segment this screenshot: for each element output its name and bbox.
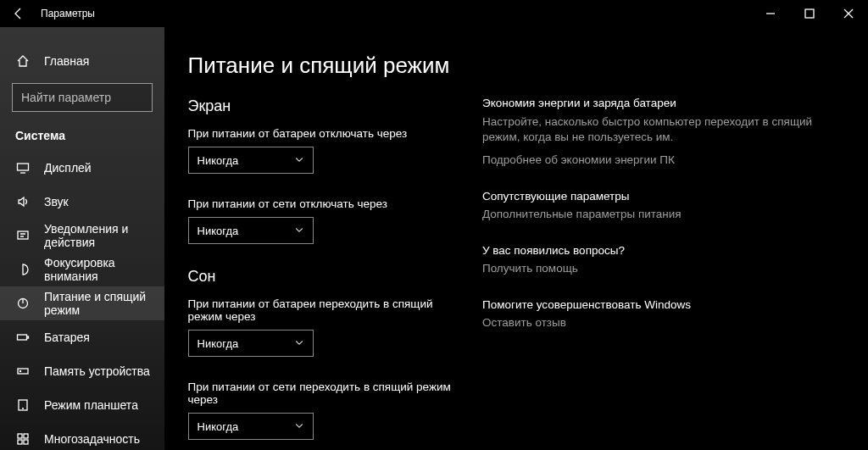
info-energy-link[interactable]: Подробнее об экономии энергии ПК (482, 153, 844, 166)
sidebar-item-multitask[interactable]: Многозадачность (0, 422, 164, 450)
sidebar-item-battery[interactable]: Батарея (0, 320, 164, 354)
display-icon (15, 160, 31, 175)
multitask-icon (15, 431, 31, 447)
info-questions: У вас появились вопросы? Получить помощь (482, 244, 844, 275)
sleep-plugged-dropdown[interactable]: Никогда (188, 413, 314, 440)
sidebar: Главная Система Дисплей Звук Уведомления… (0, 27, 164, 450)
maximize-icon (802, 6, 817, 21)
sidebar-item-label: Дисплей (44, 161, 92, 175)
sidebar-item-label: Фокусировка внимания (44, 256, 164, 283)
svg-rect-12 (24, 440, 28, 444)
back-button[interactable] (0, 0, 37, 27)
window-title: Параметры (37, 8, 95, 19)
info-energy-head: Экономия энергии и заряда батареи (482, 97, 844, 109)
info-questions-link[interactable]: Получить помощь (482, 262, 844, 275)
sidebar-item-label: Многозадачность (44, 432, 140, 446)
home-icon (15, 53, 31, 69)
svg-point-7 (19, 370, 20, 371)
tablet-icon (15, 397, 31, 413)
titlebar: Параметры (0, 0, 868, 27)
svg-rect-2 (18, 164, 29, 170)
minimize-icon (763, 6, 778, 21)
sidebar-item-label: Уведомления и действия (44, 222, 164, 249)
notifications-icon (15, 228, 31, 243)
sidebar-item-label: Батарея (44, 331, 90, 344)
sidebar-item-tablet[interactable]: Режим планшета (0, 388, 164, 422)
info-questions-head: У вас появились вопросы? (482, 244, 844, 257)
info-improve: Помогите усовершенствовать Windows Остав… (482, 298, 844, 329)
info-related-head: Сопутствующие параметры (482, 190, 844, 203)
dropdown-value: Никогда (198, 225, 239, 237)
power-icon (15, 296, 31, 311)
sidebar-item-label: Режим планшета (44, 398, 138, 412)
sidebar-item-power[interactable]: Питание и спящий режим (0, 286, 164, 320)
section-screen: Экран (188, 97, 465, 115)
battery-icon (15, 330, 31, 345)
svg-rect-10 (24, 434, 28, 438)
storage-icon (15, 364, 31, 379)
sidebar-group-title: Система (0, 124, 164, 151)
info-energy-desc: Настройте, насколько быстро компьютер пе… (482, 114, 844, 145)
info-related: Сопутствующие параметры Дополнительные п… (482, 190, 844, 220)
sidebar-item-focus[interactable]: Фокусировка внимания (0, 253, 164, 286)
sidebar-item-sound[interactable]: Звук (0, 185, 164, 219)
info-improve-link[interactable]: Оставить отзыв (482, 316, 844, 329)
settings-column: Питание и спящий режим Экран При питании… (188, 53, 465, 450)
svg-rect-5 (18, 335, 27, 340)
chevron-down-icon (294, 225, 304, 237)
info-improve-head: Помогите усовершенствовать Windows (482, 298, 844, 311)
search-box[interactable] (12, 83, 153, 112)
sidebar-item-storage[interactable]: Память устройства (0, 354, 164, 388)
chevron-down-icon (294, 337, 304, 350)
page-title: Питание и спящий режим (188, 53, 465, 79)
screen-plugged-label: При питании от сети отключать через (188, 197, 465, 210)
sidebar-item-display[interactable]: Дисплей (0, 151, 164, 185)
sidebar-home-label: Главная (44, 54, 89, 68)
svg-rect-3 (18, 231, 28, 239)
info-related-link[interactable]: Дополнительные параметры питания (482, 208, 844, 220)
minimize-button[interactable] (751, 0, 790, 27)
info-energy: Экономия энергии и заряда батареи Настро… (482, 97, 844, 166)
svg-rect-9 (18, 434, 22, 438)
dropdown-value: Никогда (198, 420, 239, 433)
arrow-left-icon (11, 6, 26, 21)
dropdown-value: Никогда (198, 337, 239, 350)
window-controls (751, 0, 868, 27)
section-sleep: Сон (188, 268, 465, 286)
sidebar-item-notifications[interactable]: Уведомления и действия (0, 219, 164, 253)
chevron-down-icon (294, 154, 304, 167)
maximize-button[interactable] (790, 0, 829, 27)
sidebar-item-label: Питание и спящий режим (44, 290, 164, 317)
search-input[interactable] (21, 91, 164, 104)
focus-icon (15, 262, 31, 277)
chevron-down-icon (294, 420, 304, 433)
sound-icon (15, 194, 31, 209)
content: Главная Система Дисплей Звук Уведомления… (0, 27, 868, 450)
sidebar-home[interactable]: Главная (0, 44, 164, 78)
screen-battery-dropdown[interactable]: Никогда (188, 147, 314, 174)
close-icon (841, 6, 856, 21)
close-button[interactable] (829, 0, 868, 27)
sleep-plugged-label: При питании от сети переходить в спящий … (188, 381, 465, 406)
svg-rect-0 (805, 9, 814, 18)
sleep-battery-label: При питании от батареи переходить в спящ… (188, 297, 465, 323)
main-panel: Питание и спящий режим Экран При питании… (164, 27, 868, 450)
screen-plugged-dropdown[interactable]: Никогда (188, 217, 314, 244)
sidebar-item-label: Память устройства (44, 364, 150, 378)
svg-rect-11 (18, 440, 22, 444)
dropdown-value: Никогда (198, 154, 239, 167)
sleep-battery-dropdown[interactable]: Никогда (188, 330, 314, 357)
info-column: Экономия энергии и заряда батареи Настро… (465, 53, 868, 450)
sidebar-item-label: Звук (44, 195, 69, 208)
screen-battery-label: При питании от батареи отключать через (188, 127, 465, 140)
